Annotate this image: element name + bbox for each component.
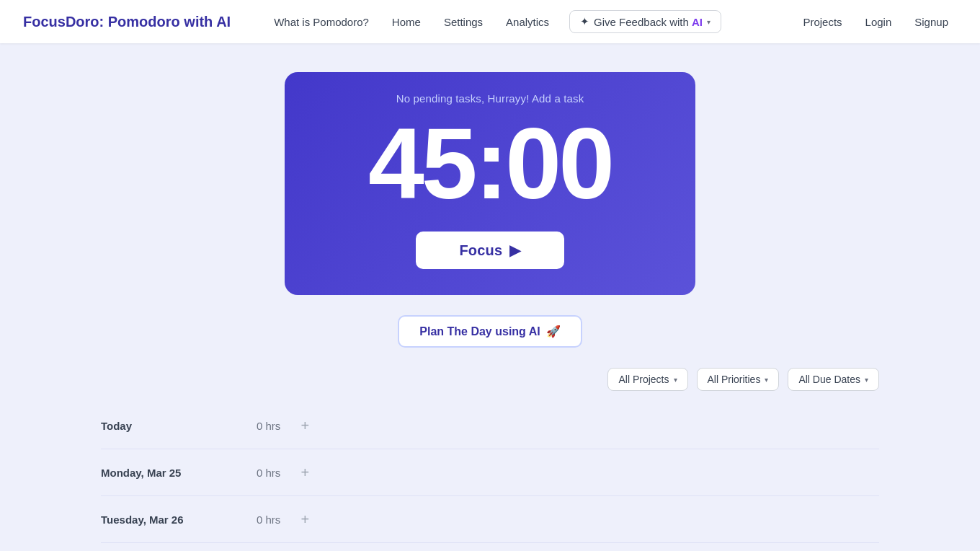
task-sections: Today 0 hrs + Monday, Mar 25 0 hrs + Tue… bbox=[58, 402, 922, 551]
focus-button[interactable]: Focus ▶ bbox=[416, 232, 564, 269]
all-priorities-filter[interactable]: All Priorities ▾ bbox=[697, 368, 780, 391]
navbar: FocusDoro: Pomodoro with AI What is Pomo… bbox=[0, 0, 980, 43]
no-tasks-message: No pending tasks, Hurrayy! Add a task bbox=[396, 92, 584, 105]
task-section-tuesday-label: Tuesday, Mar 26 bbox=[101, 513, 245, 526]
nav-links: What is Pomodoro? Home Settings Analytic… bbox=[265, 10, 794, 33]
plan-day-button[interactable]: Plan The Day using AI 🚀 bbox=[398, 315, 582, 348]
main-content: No pending tasks, Hurrayy! Add a task 45… bbox=[0, 43, 980, 551]
all-projects-filter[interactable]: All Projects ▾ bbox=[607, 368, 687, 391]
filter-row: All Projects ▾ All Priorities ▾ All Due … bbox=[58, 368, 922, 391]
task-section-today: Today 0 hrs + bbox=[101, 402, 879, 449]
nav-settings[interactable]: Settings bbox=[435, 12, 491, 32]
timer-card: No pending tasks, Hurrayy! Add a task 45… bbox=[285, 72, 695, 295]
chevron-down-icon: ▾ bbox=[674, 376, 677, 384]
all-due-dates-filter[interactable]: All Due Dates ▾ bbox=[788, 368, 879, 391]
nav-home[interactable]: Home bbox=[383, 12, 429, 32]
task-section-tuesday-hrs: 0 hrs bbox=[257, 513, 280, 526]
feedback-label: Give Feedback with AI bbox=[594, 16, 703, 28]
task-section-today-label: Today bbox=[101, 420, 245, 432]
add-task-tuesday-button[interactable]: + bbox=[295, 509, 315, 529]
chevron-down-icon: ▾ bbox=[707, 18, 710, 26]
nav-login[interactable]: Login bbox=[857, 12, 901, 32]
give-feedback-button[interactable]: ✦ Give Feedback with AI ▾ bbox=[569, 10, 721, 33]
task-section-monday-hrs: 0 hrs bbox=[257, 467, 280, 479]
all-due-dates-label: All Due Dates bbox=[798, 374, 860, 385]
chevron-down-icon: ▾ bbox=[865, 376, 868, 384]
task-section-wednesday: Wednesday, Mar 27 0 hrs + bbox=[101, 543, 879, 551]
all-priorities-label: All Priorities bbox=[708, 374, 761, 385]
all-projects-label: All Projects bbox=[618, 374, 669, 385]
task-section-tuesday: Tuesday, Mar 26 0 hrs + bbox=[101, 496, 879, 543]
nav-signup[interactable]: Signup bbox=[906, 12, 957, 32]
focus-button-label: Focus bbox=[459, 242, 502, 259]
chevron-down-icon: ▾ bbox=[765, 376, 768, 384]
task-section-monday-label: Monday, Mar 25 bbox=[101, 467, 245, 479]
nav-what-is-pomodoro[interactable]: What is Pomodoro? bbox=[265, 12, 378, 32]
timer-display: 45:00 bbox=[368, 113, 612, 214]
sparkle-icon: ✦ bbox=[580, 15, 589, 28]
nav-right-links: Projects Login Signup bbox=[794, 12, 957, 32]
nav-analytics[interactable]: Analytics bbox=[497, 12, 558, 32]
plan-day-label: Plan The Day using AI bbox=[419, 325, 540, 338]
brand-logo[interactable]: FocusDoro: Pomodoro with AI bbox=[23, 14, 231, 30]
task-section-monday: Monday, Mar 25 0 hrs + bbox=[101, 449, 879, 496]
add-task-monday-button[interactable]: + bbox=[295, 462, 315, 482]
nav-projects[interactable]: Projects bbox=[794, 12, 850, 32]
add-task-today-button[interactable]: + bbox=[295, 415, 315, 436]
play-icon: ▶ bbox=[509, 242, 520, 259]
rocket-icon: 🚀 bbox=[546, 325, 561, 338]
task-section-today-hrs: 0 hrs bbox=[257, 420, 280, 432]
